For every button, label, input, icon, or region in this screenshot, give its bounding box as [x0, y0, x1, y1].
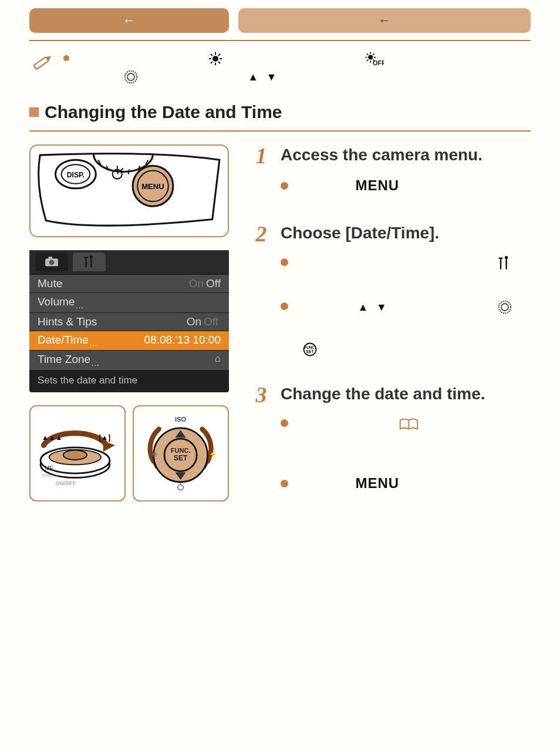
svg-text:FUNC.: FUNC. — [171, 447, 191, 454]
menu-label: MENU — [355, 177, 399, 193]
lcd-label: Date/Time — [38, 334, 97, 348]
bullet-icon — [63, 55, 69, 61]
svg-text:▭▭▭: ▭▭▭ — [42, 472, 58, 478]
svg-point-61 — [178, 484, 183, 490]
home-icon: ⌂ — [215, 353, 221, 368]
svg-text:ON/OFF: ON/OFF — [56, 480, 76, 486]
figure-controls-pair: ▲▲▲ [▲] ON/OFF ▭▭▭ MF ISO — [29, 405, 229, 502]
svg-text:MENU: MENU — [141, 182, 164, 191]
svg-text:MF: MF — [45, 465, 54, 472]
step-number: 2 — [252, 223, 270, 245]
gear-dial-icon — [498, 300, 512, 314]
step-text: button. — [322, 342, 360, 355]
note-block: Once you have set the [ LCD Brightness] … — [29, 49, 531, 86]
step-number: 1 — [252, 144, 270, 167]
arrow-left-icon: ← — [378, 13, 391, 28]
svg-text:[▲]: [▲] — [99, 433, 111, 442]
divider-mid — [29, 130, 531, 132]
tools-icon — [497, 256, 511, 270]
lcd-value-dim: Off — [204, 315, 218, 328]
step-text: buttons or turn the — [393, 300, 496, 313]
svg-text:DISP.: DISP. — [67, 171, 85, 179]
note-text: ), — [389, 52, 396, 65]
lcd-hint: Sets the date and time — [29, 371, 229, 392]
book-icon — [398, 417, 420, 431]
pencil-icon — [29, 49, 55, 86]
lcd-tab-camera — [35, 253, 68, 271]
section-heading: Changing the Date and Time — [29, 102, 531, 122]
step-text: tab. — [281, 276, 301, 290]
svg-text:❀: ❀ — [151, 450, 158, 459]
step-number: 3 — [252, 383, 270, 406]
step-title: Change the date and time. — [281, 383, 485, 404]
triangle-up-icon: ▲ — [357, 301, 368, 313]
bullet-icon — [281, 480, 288, 487]
lcd-value: On — [187, 315, 201, 328]
svg-rect-38 — [49, 257, 53, 259]
step-2: 2 Choose [Date/Time]. Move the zoom leve… — [252, 223, 531, 359]
step-text: Follow step 2 in ( — [300, 416, 393, 430]
lcd-label: Time Zone — [38, 353, 99, 368]
figure-camera-top: DISP. MENU — [29, 144, 229, 237]
lcd-row-datetime: Date/Time 08.08.'13 10:00 — [29, 331, 229, 351]
lcd-value: 08.08.'13 10:00 — [144, 334, 221, 348]
lcd-value: Off — [206, 277, 221, 290]
step-title: Choose [Date/Time]. — [281, 223, 439, 243]
lcd-tab-tools — [73, 253, 106, 271]
bullet-icon — [281, 182, 288, 190]
step-text: button. — [403, 179, 440, 193]
bullet-icon — [281, 258, 288, 266]
lcd-row-timezone: Time Zone ⌂ — [29, 351, 229, 370]
arrow-left-icon: ← — [123, 13, 136, 28]
bullet-icon — [281, 302, 288, 310]
step-text: Move the zoom lever to choose the — [300, 255, 495, 269]
triangle-down-icon: ▼ — [376, 301, 387, 313]
note-text: turning the — [63, 70, 122, 83]
lcd-label: Hints & Tips — [38, 315, 97, 328]
svg-point-42 — [63, 450, 87, 460]
menu-label: MENU — [355, 475, 399, 491]
lcd-label: Mute — [38, 277, 62, 290]
page: ← ← Once you have set the [ LCD Brightne… — [0, 0, 560, 747]
note-text: Once you have set the [ — [80, 52, 207, 65]
figure-control-dial: ISO FUNC. SET — [133, 405, 229, 502]
svg-line-24 — [129, 169, 129, 174]
svg-marker-43 — [103, 441, 115, 452]
figure-zoom-lever: ▲▲▲ [▲] ON/OFF ▭▭▭ MF — [29, 405, 126, 502]
lcd-label: Volume — [38, 295, 83, 310]
brightness-icon — [208, 52, 222, 66]
section-title: Changing the Date and Time — [45, 102, 282, 122]
svg-text:▲▲▲: ▲▲▲ — [42, 433, 62, 442]
note-text: buttons will not change the setting. — [282, 70, 463, 83]
func-set-icon — [303, 342, 317, 356]
nav-next-button[interactable]: ← — [238, 8, 531, 33]
square-bullet-icon — [29, 107, 39, 117]
step-text: Press the — [300, 477, 356, 490]
figure-lcd-menu: Mute OnOff Volume Hints & Tips OnOff Dat… — [29, 250, 229, 392]
figures-column: DISP. MENU — [29, 144, 229, 541]
step-text: Press the — [300, 300, 356, 313]
bullet-icon — [281, 419, 288, 427]
brightness-off-icon — [364, 52, 384, 66]
svg-line-23 — [117, 169, 118, 174]
nav-prev-button[interactable]: ← — [29, 8, 229, 33]
step-3: 3 Change the date and time. Follow step … — [252, 383, 531, 516]
svg-text:⚡: ⚡ — [209, 450, 219, 460]
lcd-row-volume: Volume — [29, 293, 229, 312]
svg-text:SET: SET — [174, 454, 188, 462]
lcd-value-dim: On — [189, 277, 204, 290]
lcd-row-hints: Hints & Tips OnOff — [29, 313, 229, 331]
triangle-up-icon: ▲ — [248, 71, 258, 83]
divider-top — [29, 40, 531, 41]
note-text: LCD Brightness] to [Off] ( — [228, 52, 359, 65]
step-text: Press the — [300, 179, 356, 193]
svg-text:ISO: ISO — [176, 416, 187, 423]
top-nav: ← ← — [29, 8, 531, 33]
gear-dial-icon — [124, 70, 138, 84]
svg-point-37 — [49, 260, 55, 265]
step-title: Access the camera menu. — [281, 144, 483, 165]
lcd-row-mute: Mute OnOff — [29, 275, 229, 292]
step-1: 1 Access the camera menu. Press the MENU… — [252, 144, 531, 198]
note-text: dial or pressing the — [143, 70, 246, 83]
triangle-down-icon: ▼ — [266, 71, 277, 83]
